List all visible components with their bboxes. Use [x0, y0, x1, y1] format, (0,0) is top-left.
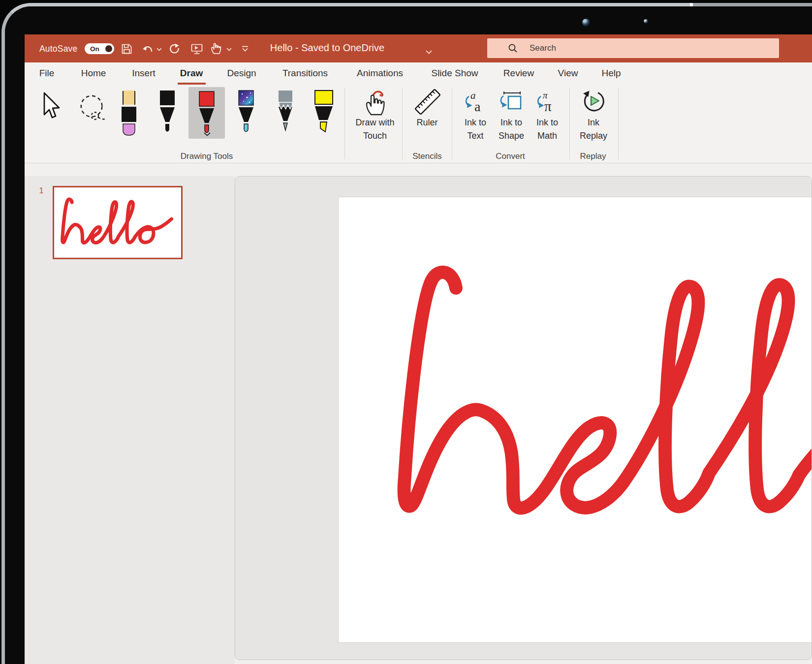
highlighter-button[interactable] — [312, 90, 336, 139]
tab-review[interactable]: Review — [503, 68, 534, 79]
ink-to-math-label[interactable]: Ink to Math — [536, 116, 558, 143]
ink-drawing-hello[interactable] — [387, 261, 812, 525]
group-label-convert: Convert — [496, 151, 525, 161]
tab-home[interactable]: Home — [81, 68, 106, 79]
touch-mode-icon[interactable] — [211, 42, 223, 55]
highlighter-icon — [312, 90, 336, 139]
slide-number: 1 — [35, 186, 47, 195]
slide-editing-area[interactable] — [235, 176, 812, 660]
autosave-toggle-state: On — [90, 45, 99, 53]
tab-help[interactable]: Help — [601, 68, 621, 79]
undo-dropdown-chevron-icon[interactable] — [156, 48, 162, 51]
slideshow-icon[interactable] — [191, 43, 203, 55]
ink-to-text-icon: a a — [464, 90, 487, 113]
undo-icon[interactable] — [142, 44, 154, 55]
ribbon-divider — [402, 88, 403, 159]
slide-thumbnail-1[interactable] — [53, 186, 183, 259]
search-icon — [508, 43, 518, 55]
ruler-icon — [412, 87, 443, 117]
ink-to-math-button[interactable]: π π — [536, 90, 559, 115]
pen-galaxy-button[interactable] — [236, 90, 256, 139]
touch-mode-chevron-icon[interactable] — [226, 48, 232, 51]
ruler-button[interactable] — [412, 87, 443, 119]
ink-replay-button[interactable] — [580, 88, 607, 116]
ribbon-divider — [569, 88, 570, 159]
save-icon[interactable] — [121, 43, 132, 55]
ink-replay-icon — [580, 88, 607, 114]
camera-lens-small-icon — [644, 19, 648, 24]
pen-black-button[interactable] — [157, 90, 177, 139]
slide-canvas[interactable] — [338, 197, 812, 643]
tab-view[interactable]: View — [558, 68, 578, 79]
pen-icon — [157, 90, 177, 139]
ribbon-draw: Draw with Touch Ruler a a — [25, 85, 812, 163]
eraser-button[interactable] — [119, 90, 139, 139]
ink-replay-label[interactable]: Ink Replay — [580, 116, 607, 143]
pen-galaxy-icon — [236, 90, 256, 139]
group-label-drawing-tools: Drawing Tools — [181, 151, 233, 161]
device-frame-edge-right — [693, 3, 812, 6]
ribbon-options-icon[interactable] — [241, 46, 249, 52]
pencil-icon — [276, 90, 295, 139]
ink-to-shape-label[interactable]: Ink to Shape — [499, 116, 524, 143]
ribbon-divider — [618, 88, 619, 159]
pencil-button[interactable] — [276, 90, 295, 139]
select-tool-button[interactable] — [37, 91, 65, 122]
ink-to-shape-icon — [499, 90, 524, 113]
group-label-stencils: Stencils — [412, 151, 442, 161]
ribbon-tab-row: File Home Insert Draw Design Transitions… — [25, 62, 812, 85]
pen-options-chevron-icon[interactable] — [204, 129, 211, 138]
ribbon-divider — [452, 88, 452, 159]
search-placeholder: Search — [530, 43, 556, 53]
powerpoint-window: AutoSave On — [25, 34, 812, 664]
draw-with-touch-label[interactable]: Draw with Touch — [355, 116, 394, 143]
draw-with-touch-button[interactable] — [361, 89, 389, 118]
ink-to-shape-button[interactable] — [499, 90, 524, 115]
lasso-select-button[interactable] — [76, 93, 110, 125]
tab-insert[interactable]: Insert — [132, 68, 156, 79]
ink-to-math-icon: π π — [536, 90, 559, 113]
redo-icon[interactable] — [168, 43, 180, 55]
eraser-icon — [119, 90, 139, 139]
tab-design[interactable]: Design — [227, 68, 256, 79]
autosave-toggle-knob — [105, 45, 112, 52]
tab-slide-show[interactable]: Slide Show — [431, 68, 478, 79]
document-title: Hello - Saved to OneDrive — [270, 42, 384, 54]
svg-text:a: a — [474, 99, 481, 113]
title-bar: AutoSave On — [25, 34, 812, 62]
autosave-toggle[interactable]: On — [85, 43, 114, 54]
camera-lens-large-icon — [582, 19, 590, 27]
touch-hand-icon — [361, 89, 389, 116]
thumbnail-ink-hello — [59, 197, 175, 246]
group-label-replay: Replay — [580, 151, 606, 161]
ruler-label[interactable]: Ruler — [416, 116, 437, 129]
tab-draw[interactable]: Draw — [180, 68, 203, 79]
ink-to-text-label[interactable]: Ink to Text — [465, 116, 486, 143]
cursor-arrow-icon — [37, 91, 65, 121]
tab-transitions[interactable]: Transitions — [282, 68, 328, 79]
title-dropdown-chevron-icon[interactable] — [426, 47, 432, 56]
autosave-label: AutoSave — [39, 44, 78, 54]
ribbon-divider — [344, 88, 345, 159]
ink-to-text-button[interactable]: a a — [464, 90, 487, 115]
tab-animations[interactable]: Animations — [357, 68, 403, 79]
search-input[interactable]: Search — [487, 38, 779, 58]
lasso-icon — [76, 93, 110, 123]
photo-background: AutoSave On — [0, 0, 812, 664]
svg-text:π: π — [544, 98, 552, 113]
tab-file[interactable]: File — [39, 68, 55, 79]
